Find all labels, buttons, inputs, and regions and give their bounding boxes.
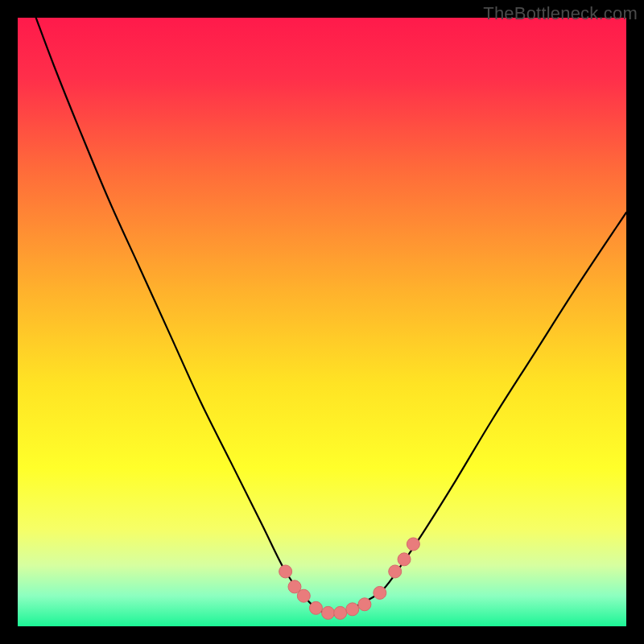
curve-marker — [358, 598, 371, 611]
curve-marker — [374, 586, 386, 599]
curve-marker — [322, 606, 335, 619]
curve-marker — [398, 553, 411, 566]
curve-marker — [346, 603, 359, 616]
chart-frame: TheBottleneck.com — [0, 0, 644, 644]
curve-marker — [297, 589, 310, 602]
curve-marker — [309, 601, 322, 614]
curve-marker — [279, 565, 292, 578]
chart-svg — [18, 18, 626, 626]
plot-area — [18, 18, 626, 626]
watermark-text: TheBottleneck.com — [483, 3, 638, 24]
curve-marker — [334, 606, 347, 619]
gradient-background — [18, 18, 626, 626]
curve-marker — [407, 538, 419, 551]
curve-marker — [389, 565, 402, 578]
